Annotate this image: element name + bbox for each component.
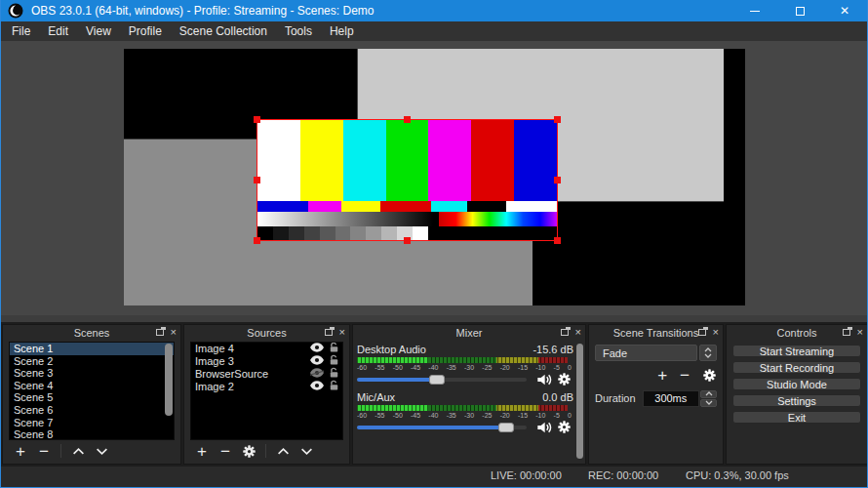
menu-profile[interactable]: Profile — [120, 21, 171, 41]
gray-step — [320, 226, 335, 240]
slider-handle[interactable] — [429, 375, 445, 385]
castellation-row — [257, 201, 557, 212]
transition-properties-button[interactable] — [702, 368, 717, 383]
gray-step — [413, 226, 428, 240]
source-down-button[interactable] — [295, 447, 318, 456]
selection-handle-br[interactable] — [554, 237, 561, 244]
menu-view[interactable]: View — [77, 21, 120, 41]
close-icon[interactable]: × — [171, 325, 177, 340]
close-icon[interactable]: × — [857, 325, 863, 340]
scene-list-item[interactable]: Scene 8 — [10, 428, 174, 440]
scene-list-item[interactable]: Scene 2 — [10, 355, 174, 368]
visibility-toggle[interactable] — [310, 381, 324, 393]
speaker-icon[interactable] — [534, 421, 554, 434]
volume-slider[interactable] — [357, 426, 527, 429]
menu-tools[interactable]: Tools — [276, 21, 321, 41]
scenes-scrollbar[interactable] — [165, 344, 173, 416]
remove-transition-button[interactable]: − — [680, 367, 690, 384]
gear-icon[interactable] — [554, 420, 573, 434]
duration-input[interactable]: 300ms — [643, 390, 699, 407]
scene-list-item[interactable]: Scene 7 — [10, 417, 174, 429]
mixer-channel-desktop-audio: Desktop Audio -15.6 dB -60-55-50-45-40-3… — [357, 344, 573, 386]
popout-icon[interactable] — [156, 329, 164, 336]
color-bar — [386, 120, 429, 201]
chevron-up-icon — [72, 447, 85, 456]
selection-handle-mr[interactable] — [554, 177, 561, 183]
exit-button[interactable]: Exit — [732, 411, 861, 424]
close-button[interactable]: ✕ — [822, 0, 867, 21]
castellation-cell — [257, 201, 308, 212]
settings-button[interactable]: Settings — [732, 394, 861, 407]
minimize-button[interactable] — [732, 0, 777, 21]
scene-listbox[interactable]: Scene 1Scene 2Scene 3Scene 4Scene 5Scene… — [9, 342, 175, 440]
remove-source-button[interactable]: − — [214, 443, 237, 460]
close-icon[interactable]: × — [339, 325, 345, 340]
menu-file[interactable]: File — [3, 21, 39, 41]
selection-handle-tc[interactable] — [404, 116, 411, 123]
popout-icon[interactable] — [698, 329, 706, 336]
black-rect-bottom-right[interactable] — [533, 202, 745, 305]
popout-icon[interactable] — [561, 329, 569, 336]
add-scene-button[interactable]: + — [9, 443, 32, 460]
sources-panel-header[interactable]: Sources × — [184, 325, 349, 340]
color-bar — [514, 120, 557, 201]
controls-panel-header[interactable]: Controls × — [727, 325, 867, 340]
maximize-button[interactable] — [777, 0, 822, 21]
start-recording-button[interactable]: Start Recording — [732, 361, 861, 374]
gray-step — [381, 226, 397, 240]
slider-handle[interactable] — [498, 423, 514, 432]
close-icon[interactable]: × — [713, 325, 719, 340]
scene-list-item[interactable]: Scene 1 — [10, 343, 174, 355]
menu-edit[interactable]: Edit — [39, 21, 77, 41]
black-strip-right[interactable] — [724, 49, 745, 202]
add-transition-button[interactable]: + — [657, 367, 667, 384]
close-icon[interactable]: × — [575, 325, 581, 340]
window-title: OBS 23.0.1 (64-bit, windows) - Profile: … — [31, 4, 374, 18]
selection-handle-ml[interactable] — [254, 177, 260, 183]
rainbow-gradient-cell — [439, 212, 557, 226]
transition-select-spinner[interactable] — [699, 345, 717, 361]
scene-list-item[interactable]: Scene 3 — [10, 367, 174, 380]
studio-mode-button[interactable]: Studio Mode — [732, 378, 861, 390]
menu-help[interactable]: Help — [321, 21, 363, 41]
selection-handle-tr[interactable] — [554, 116, 561, 123]
mixer-scrollbar[interactable] — [576, 344, 583, 459]
color-bars-row — [257, 120, 557, 201]
popout-icon[interactable] — [325, 329, 333, 336]
source-listbox[interactable]: Image 4Image 3BrowserSourceImage 2 — [190, 342, 343, 440]
scene-list-item[interactable]: Scene 5 — [10, 391, 174, 404]
statusbar: LIVE: 00:00:00 REC: 00:00:00 CPU: 0.3%, … — [1, 467, 867, 487]
scene-down-button[interactable] — [90, 447, 113, 456]
transition-select[interactable]: Fade — [595, 345, 697, 361]
scenes-panel-header[interactable]: Scenes × — [3, 325, 180, 340]
source-list-item[interactable]: Image 2 — [191, 381, 342, 393]
transitions-panel-header[interactable]: Scene Transitions × — [589, 325, 723, 340]
titlebar[interactable]: OBS 23.0.1 (64-bit, windows) - Profile: … — [1, 0, 867, 21]
speaker-icon[interactable] — [534, 373, 554, 386]
remove-scene-button[interactable]: − — [32, 443, 56, 460]
scene-list-item[interactable]: Scene 4 — [10, 380, 174, 392]
preview-area[interactable] — [1, 41, 867, 322]
selection-handle-bl[interactable] — [254, 237, 260, 244]
popout-icon[interactable] — [843, 329, 850, 336]
volume-slider[interactable] — [357, 378, 527, 382]
castellation-cell — [506, 201, 557, 212]
mixer-channel-mic-aux: Mic/Aux 0.0 dB -60-55-50-45-40-35-30-25-… — [357, 391, 573, 433]
gear-icon[interactable] — [554, 372, 573, 386]
selected-source-color-bars[interactable] — [256, 119, 558, 241]
scene-canvas[interactable] — [124, 49, 745, 305]
add-source-button[interactable]: + — [190, 443, 214, 460]
duration-down-button[interactable] — [700, 399, 717, 407]
start-streaming-button[interactable]: Start Streaming — [732, 345, 861, 357]
mixer-panel-header[interactable]: Mixer × — [353, 325, 585, 340]
menu-scene-collection[interactable]: Scene Collection — [171, 21, 276, 41]
scene-up-button[interactable] — [66, 447, 90, 456]
duration-up-button[interactable] — [700, 390, 717, 398]
selection-handle-tl[interactable] — [254, 116, 260, 123]
chevron-down-icon — [96, 447, 108, 456]
selection-handle-bc[interactable] — [404, 237, 411, 244]
lock-toggle[interactable] — [329, 380, 339, 394]
source-up-button[interactable] — [271, 447, 295, 456]
scene-list-item[interactable]: Scene 6 — [10, 404, 174, 417]
source-properties-button[interactable] — [237, 444, 260, 459]
